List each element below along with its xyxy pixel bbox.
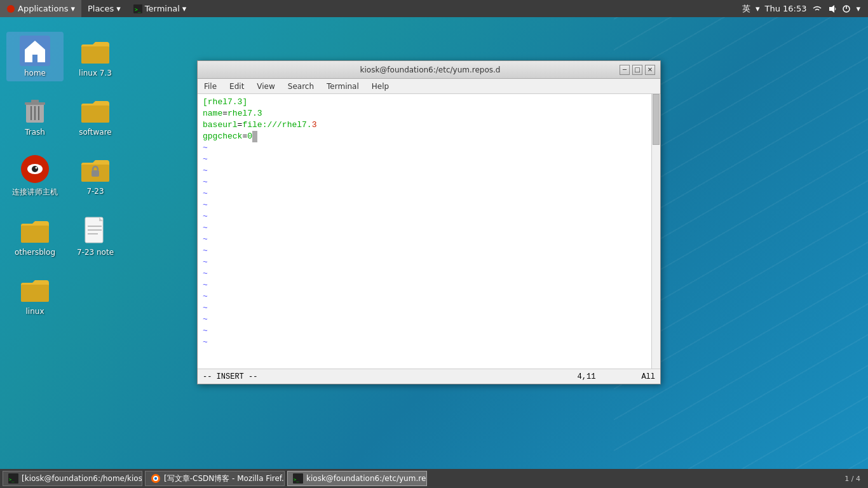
vim-line-tilde-13: ~: [203, 280, 655, 291]
desktop-icon-othersblog[interactable]: othersblog: [6, 211, 64, 261]
places-label: Places: [88, 4, 114, 13]
pager-label: 1 / 4: [844, 475, 860, 483]
menubar-right: 英 ▾ Thu 16:53 ▾: [742, 3, 868, 15]
icon-row-3: 连接讲师主机 7-23: [6, 150, 153, 201]
close-button[interactable]: ✕: [645, 65, 655, 75]
minimize-button[interactable]: ─: [620, 65, 630, 75]
othersblog-icon-img: [20, 215, 50, 245]
folder-software-icon: [80, 95, 111, 125]
term-menu-file[interactable]: File: [198, 79, 223, 94]
taskbar-firefox-icon: [151, 473, 161, 484]
svg-rect-17: [81, 105, 109, 123]
vim-line-4: gpgcheck=0: [203, 131, 655, 142]
icon-row-4: othersblog 7-23 note: [6, 211, 153, 261]
vim-line-tilde-10: ~: [203, 245, 655, 257]
desktop-icon-connect[interactable]: 连接讲师主机: [6, 150, 64, 201]
term-menu-view[interactable]: View: [250, 79, 281, 94]
taskbar-item-0[interactable]: >_ [kiosk@foundation6:/home/kiosk]: [3, 471, 142, 486]
svg-rect-26: [21, 226, 49, 243]
term-menu-help[interactable]: Help: [365, 79, 395, 94]
linux73-icon-img: [80, 36, 111, 66]
desktop-icon-7-23[interactable]: 7-23: [67, 150, 124, 201]
terminal-window: kiosk@foundation6:/etc/yum.repos.d ─ □ ✕…: [197, 60, 661, 384]
svg-marker-3: [829, 5, 834, 13]
vim-line-tilde-15: ~: [203, 302, 655, 314]
7-23-icon-img: [80, 154, 111, 184]
desktop-icon-linux73[interactable]: linux 7.3: [67, 32, 124, 81]
taskbar-terminal-icon-0: >_: [8, 473, 18, 484]
term-menu-terminal[interactable]: Terminal: [320, 79, 365, 94]
taskbar-label-2: kiosk@foundation6:/etc/yum.repo...: [306, 474, 427, 483]
language-indicator[interactable]: 英: [742, 3, 750, 15]
trash-icon-img: [20, 95, 50, 125]
terminal-menu[interactable]: >_ Terminal ▾: [127, 0, 193, 17]
vim-scroll-pos: All: [641, 372, 655, 381]
vim-position: 4,11 All: [578, 372, 655, 381]
svg-rect-32: [21, 285, 49, 302]
vim-line-tilde-1: ~: [203, 142, 655, 154]
vim-line-tilde-17: ~: [203, 325, 655, 337]
svg-rect-12: [31, 100, 39, 103]
vim-line-tilde-11: ~: [203, 257, 655, 268]
desktop-icon-home[interactable]: home: [6, 32, 64, 81]
places-menu[interactable]: Places ▾: [81, 0, 127, 17]
connect-icon-img: [20, 154, 50, 184]
terminal-content[interactable]: [rhel7.3] name=rhel7.3 baseurl=file:///r…: [198, 94, 660, 369]
menubar: Applications ▾ Places ▾ >_ Terminal ▾ 英 …: [0, 0, 868, 17]
power-icon: [842, 4, 851, 13]
vim-line-3: baseurl=file:///rhel7.3: [203, 119, 655, 131]
linux-icon-img: [20, 274, 50, 304]
vim-line-tilde-18: ~: [203, 337, 655, 348]
icon-row-1: home linux 7.3: [6, 32, 153, 81]
taskbar-item-2[interactable]: >_ kiosk@foundation6:/etc/yum.repo...: [287, 471, 427, 486]
volume-icon: [828, 4, 837, 13]
7-23note-icon-img: [80, 215, 111, 245]
folder-linux73-icon: [80, 36, 111, 66]
folder-lock-icon: [80, 154, 111, 184]
taskbar-item-1[interactable]: [写文章-CSDN博客 - Mozilla Firef...: [145, 471, 285, 486]
home-icon-img: [20, 36, 50, 66]
svg-rect-24: [92, 170, 99, 177]
terminal-menubar: File Edit View Search Terminal Help: [198, 79, 660, 94]
power-chevron: ▾: [856, 4, 860, 13]
terminal-title: kiosk@foundation6:/etc/yum.repos.d: [241, 65, 620, 74]
desktop-icon-7-23note[interactable]: 7-23 note: [67, 211, 124, 261]
terminal-icon: >_: [133, 4, 142, 13]
applications-chevron: ▾: [71, 4, 75, 13]
connect-label: 连接讲师主机: [12, 187, 58, 198]
menubar-left: Applications ▾ Places ▾ >_ Terminal ▾: [0, 0, 742, 17]
taskbar-terminal-icon-2: >_: [293, 473, 303, 484]
linux73-label: linux 7.3: [79, 69, 112, 78]
eye-icon: [20, 154, 50, 184]
vim-line-tilde-7: ~: [203, 211, 655, 222]
folder-othersblog-icon: [20, 215, 50, 245]
vim-line-1: [rhel7.3]: [203, 97, 655, 108]
svg-text:>_: >_: [9, 477, 15, 482]
vim-line-tilde-6: ~: [203, 200, 655, 211]
taskbar: >_ [kiosk@foundation6:/home/kiosk] [写文章-…: [0, 469, 868, 488]
vim-statusbar: -- INSERT -- 4,11 All: [198, 369, 660, 384]
applications-icon: [6, 4, 15, 13]
svg-text:>_: >_: [135, 7, 141, 13]
vim-line-tilde-12: ~: [203, 268, 655, 280]
svg-point-37: [154, 477, 157, 480]
applications-label: Applications: [18, 4, 68, 13]
applications-menu[interactable]: Applications ▾: [0, 0, 81, 17]
trash-label: Trash: [25, 128, 45, 137]
vim-line-col: 4,11: [578, 372, 596, 381]
desktop-icon-software[interactable]: software: [67, 91, 124, 140]
maximize-button[interactable]: □: [632, 65, 642, 75]
window-controls: ─ □ ✕: [620, 65, 655, 75]
terminal-chevron: ▾: [182, 4, 187, 13]
lang-chevron: ▾: [756, 4, 760, 13]
7-23-label: 7-23: [86, 187, 104, 196]
term-menu-edit[interactable]: Edit: [223, 79, 250, 94]
desktop-icon-trash[interactable]: Trash: [6, 91, 64, 140]
trash-icon: [20, 95, 50, 125]
vim-scrollbar-thumb[interactable]: [653, 94, 660, 145]
desktop-icon-linux[interactable]: linux: [6, 270, 64, 320]
vim-scrollbar[interactable]: [651, 94, 660, 369]
othersblog-label: othersblog: [15, 248, 55, 257]
term-menu-search[interactable]: Search: [281, 79, 320, 94]
software-icon-img: [80, 95, 111, 125]
